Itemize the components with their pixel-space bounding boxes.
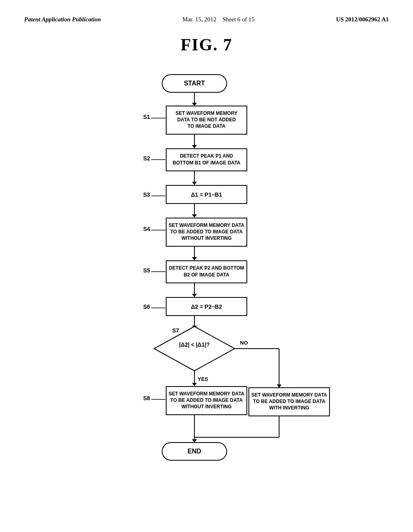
s3-text: Δ1 = P1−B1: [191, 191, 222, 198]
svg-marker-22: [192, 294, 197, 297]
s1-text-3: TO IMAGE DATA: [188, 123, 225, 129]
s4-text-2: TO BE ADDED TO IMAGE DATA: [170, 229, 243, 235]
svg-marker-6: [192, 145, 197, 148]
s5-text-1: DETECT PEAK P2 AND BOTTOM: [169, 265, 244, 271]
s8-label: S8: [143, 395, 150, 401]
figure-title: FIG. 7: [24, 35, 389, 54]
svg-marker-29: [192, 383, 197, 386]
svg-marker-2: [192, 103, 197, 106]
s4-label: S4: [143, 226, 150, 232]
pub-date: Mar. 15, 2012: [182, 16, 216, 23]
page: Patent Application Publication Mar. 15, …: [0, 0, 413, 532]
s3-label: S3: [143, 191, 150, 198]
s2-text-2: BOTTOM B1 OF IMAGE DATA: [173, 160, 240, 166]
s2-text-1: DETECT PEAK P1 AND: [180, 153, 233, 159]
s2-label: S2: [143, 155, 150, 162]
s1-text-1: SET WAVEFORM MEMORY: [175, 110, 237, 116]
s8-text-3: WITHOUT INVERTING: [181, 404, 232, 409]
flowchart-svg: START S1 SET WAVEFORM MEMORY DATA TO BE …: [65, 66, 348, 502]
publication-label: Patent Application Publication: [24, 16, 101, 23]
patent-number: US 2012/0062962 A1: [336, 16, 389, 23]
s6-text: Δ2 = P2−B2: [191, 303, 222, 310]
end-label: END: [188, 448, 201, 455]
s6-label: S6: [143, 303, 150, 310]
header-left: Patent Application Publication: [24, 16, 101, 23]
s1-text-2: DATA TO BE NOT ADDED: [177, 117, 236, 123]
s5-label: S5: [143, 267, 150, 274]
no-label: NO: [240, 340, 248, 346]
sheet-info: Sheet 6 of 15: [223, 16, 255, 23]
svg-marker-18: [192, 257, 197, 260]
start-label: START: [184, 80, 205, 87]
s9-text-1: SET WAVEFORM MEMORY DATA: [251, 392, 327, 398]
svg-marker-10: [192, 182, 197, 185]
s9-text-2: TO BE ADDED TO IMAGE DATA: [253, 399, 325, 404]
s4-text-3: WITHOUT INVERTING: [181, 235, 232, 241]
svg-marker-14: [192, 214, 197, 218]
s7-text-1: |Δ2| < |Δ1|?: [179, 341, 210, 348]
header: Patent Application Publication Mar. 15, …: [24, 16, 389, 23]
s5-text-2: B2 OF IMAGE DATA: [184, 272, 229, 278]
svg-marker-27: [154, 326, 235, 371]
s8-text-2: TO BE ADDED TO IMAGE DATA: [170, 397, 243, 403]
svg-marker-34: [277, 384, 282, 388]
fig-title-text: FIG. 7: [181, 35, 233, 54]
s9-text-3: WITH INVERTING: [269, 405, 309, 411]
svg-marker-41: [192, 439, 197, 443]
header-center: Mar. 15, 2012 Sheet 6 of 15: [182, 16, 254, 23]
s7-label: S7: [172, 327, 179, 334]
s8-text-1: SET WAVEFORM MEMORY DATA: [169, 391, 244, 397]
s1-label: S1: [143, 114, 150, 120]
s4-text-1: SET WAVEFORM MEMORY DATA: [169, 222, 244, 228]
header-right: US 2012/0062962 A1: [336, 16, 389, 23]
yes-label: YES: [198, 376, 208, 382]
